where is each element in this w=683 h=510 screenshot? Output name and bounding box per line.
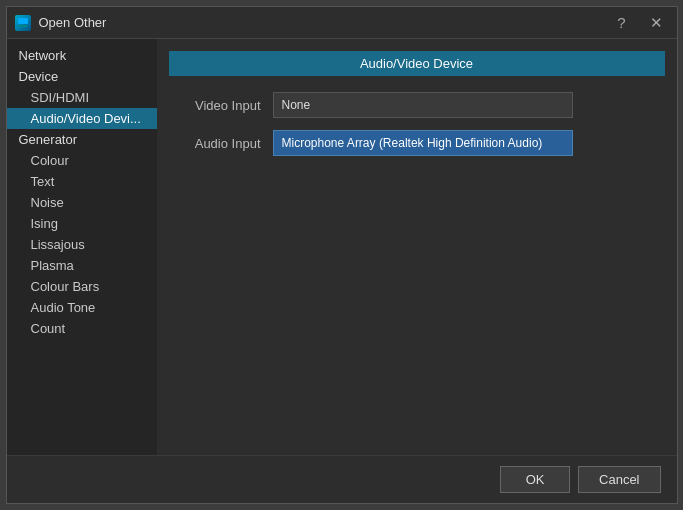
- audio-input-row: Audio Input Microphone Array (Realtek Hi…: [181, 130, 653, 156]
- svg-rect-1: [19, 25, 27, 27]
- titlebar: Open Other ? ✕: [7, 7, 677, 39]
- sidebar-item-lissajous[interactable]: Lissajous: [7, 234, 157, 255]
- panel-body: Video Input None Audio Input Microphone …: [169, 76, 665, 172]
- svg-rect-0: [18, 18, 28, 24]
- sidebar-item-audio-tone[interactable]: Audio Tone: [7, 297, 157, 318]
- sidebar-item-plasma[interactable]: Plasma: [7, 255, 157, 276]
- content-panel: Audio/Video Device Video Input None Audi…: [169, 51, 665, 443]
- video-input-select[interactable]: None: [273, 92, 573, 118]
- sidebar-item-network: Network: [7, 45, 157, 66]
- titlebar-actions: ? ✕: [611, 13, 668, 32]
- panel-header: Audio/Video Device: [169, 51, 665, 76]
- sidebar-item-device: Device: [7, 66, 157, 87]
- dialog: Open Other ? ✕ NetworkDeviceSDI/HDMIAudi…: [6, 6, 678, 504]
- sidebar-item-ising[interactable]: Ising: [7, 213, 157, 234]
- sidebar-item-text[interactable]: Text: [7, 171, 157, 192]
- sidebar-item-colour[interactable]: Colour: [7, 150, 157, 171]
- sidebar-item-colour-bars[interactable]: Colour Bars: [7, 276, 157, 297]
- sidebar-item-audio-video-device[interactable]: Audio/Video Devi...: [7, 108, 157, 129]
- content-area: Audio/Video Device Video Input None Audi…: [157, 39, 677, 455]
- dialog-footer: OK Cancel: [7, 455, 677, 503]
- titlebar-left: Open Other: [15, 15, 107, 31]
- ok-button[interactable]: OK: [500, 466, 570, 493]
- audio-input-select[interactable]: Microphone Array (Realtek High Definitio…: [273, 130, 573, 156]
- sidebar-item-count[interactable]: Count: [7, 318, 157, 339]
- dialog-body: NetworkDeviceSDI/HDMIAudio/Video Devi...…: [7, 39, 677, 455]
- sidebar-item-noise[interactable]: Noise: [7, 192, 157, 213]
- video-input-label: Video Input: [181, 98, 261, 113]
- audio-input-label: Audio Input: [181, 136, 261, 151]
- video-input-row: Video Input None: [181, 92, 653, 118]
- sidebar-item-sdl-hdmi[interactable]: SDI/HDMI: [7, 87, 157, 108]
- sidebar: NetworkDeviceSDI/HDMIAudio/Video Devi...…: [7, 39, 157, 455]
- cancel-button[interactable]: Cancel: [578, 466, 660, 493]
- help-button[interactable]: ?: [611, 13, 631, 32]
- dialog-title: Open Other: [39, 15, 107, 30]
- sidebar-item-generator: Generator: [7, 129, 157, 150]
- app-icon: [15, 15, 31, 31]
- close-button[interactable]: ✕: [644, 13, 669, 32]
